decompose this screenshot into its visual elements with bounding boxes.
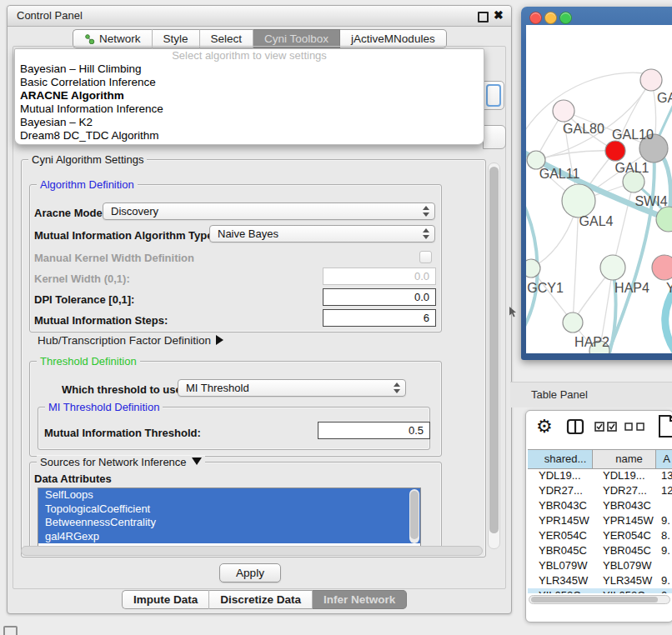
network-canvas[interactable]: GALGAL80GAL10GAL11GAL1GAL4SWI4GCY1HAP4YH… (526, 25, 672, 353)
mi-steps-label: Mutual Information Steps: (34, 314, 168, 327)
close-button[interactable] (529, 12, 542, 24)
table-panel-window: ⚙ shared...nameA YDL19...YDL19...13YDR27… (525, 410, 672, 622)
attribute-item-topologicalcoefficient[interactable]: TopologicalCoefficient (38, 502, 420, 517)
close-icon[interactable]: ✖ (494, 8, 504, 22)
algorithm-combobox-partial[interactable] (483, 81, 504, 110)
table-cell: 12 (656, 483, 672, 498)
column-header-a[interactable]: A (656, 450, 672, 468)
node-label-gal11: GAL11 (539, 167, 580, 181)
scrollbar-thumb[interactable] (531, 597, 658, 602)
table-header-row: shared...nameA (528, 449, 672, 469)
attribute-item-gal4rgexp[interactable]: gal4RGexp (38, 530, 420, 544)
mi-threshold-label: Mutual Information Threshold: (44, 427, 201, 439)
node-label-hap4: HAP4 (614, 281, 649, 295)
collapse-down-icon[interactable] (192, 458, 202, 465)
node-label-hap2: HAP2 (574, 335, 609, 349)
aracne-mode-value: Discovery (111, 205, 158, 218)
table-toolbar: ⚙ (526, 411, 672, 448)
hub-definition-toggle[interactable]: Hub/Transcription Factor Definition (38, 334, 223, 347)
network-node-gcy1[interactable] (526, 259, 540, 278)
network-icon (84, 33, 95, 44)
float-window-icon[interactable] (478, 12, 489, 22)
minimize-button[interactable] (544, 12, 557, 24)
attribute-item-selfloops[interactable]: SelfLoops (38, 488, 420, 502)
network-node-swi4[interactable] (656, 207, 672, 232)
data-attributes-list[interactable]: SelfLoopsTopologicalCoefficientBetweenne… (38, 488, 421, 547)
table-cell: YBL079W (528, 558, 593, 573)
mi-threshold-field[interactable]: 0.5 (318, 422, 430, 439)
mi-steps-field[interactable]: 6 (323, 309, 436, 327)
network-graph: GALGAL80GAL10GAL11GAL1GAL4SWI4GCY1HAP4YH… (526, 25, 672, 353)
network-node-y[interactable] (652, 255, 672, 280)
network-node-gal[interactable] (640, 69, 662, 91)
checked-pair-icon[interactable] (594, 422, 618, 432)
table-cell: YDL19... (528, 468, 593, 483)
node-label-gcy1: GCY1 (527, 281, 564, 295)
tab-infer-network[interactable]: Infer Network (313, 590, 407, 609)
table-cell: YDR27... (593, 483, 656, 498)
network-node-hap2[interactable] (563, 312, 583, 332)
network-combobox-partial[interactable] (483, 125, 506, 149)
network-node-gal4[interactable] (562, 184, 595, 218)
network-node-gal80[interactable] (553, 100, 574, 122)
network-view-window[interactable]: GALGAL80GAL10GAL11GAL1GAL4SWI4GCY1HAP4YH… (521, 7, 672, 360)
settings-vertical-scrollbar[interactable] (488, 162, 500, 549)
taskbar-mini-icon[interactable] (3, 626, 18, 635)
split-columns-icon[interactable] (566, 418, 584, 436)
table-row[interactable]: YBL079WYBL079W (528, 558, 672, 573)
dpi-tolerance-field[interactable]: 0.0 (323, 288, 436, 306)
tab-impute-data[interactable]: Impute Data (122, 590, 209, 609)
which-threshold-select[interactable]: MI Threshold (178, 379, 406, 397)
table-row[interactable]: YBR043CYBR043C (528, 498, 672, 513)
table-row[interactable]: YER054CYER054C8. (528, 528, 672, 543)
tab-discretize-data[interactable]: Discretize Data (209, 590, 313, 609)
attribute-item-betweennesscentrality[interactable]: BetweennessCentrality (38, 516, 420, 530)
table-row[interactable]: YIL052CYIL052C0. (528, 588, 672, 593)
algorithm-item-aracne-algorithm[interactable]: ARACNE Algorithm (15, 89, 484, 102)
document-icon[interactable] (658, 414, 672, 439)
table-cell: YIL052C (528, 588, 593, 593)
mi-threshold-definition-title: MI Threshold Definition (45, 401, 163, 413)
table-horizontal-scrollbar[interactable] (529, 595, 670, 604)
gear-icon[interactable]: ⚙ (536, 416, 553, 438)
combo-arrows-icon (423, 228, 429, 239)
apply-button[interactable]: Apply (219, 563, 281, 582)
settings-horizontal-scrollbar[interactable] (21, 546, 483, 556)
column-header-name[interactable]: name (593, 450, 656, 468)
algorithm-dropdown-popup: Select algorithm to view settings Bayesi… (14, 48, 484, 145)
algorithm-item-basic-correlation-inference[interactable]: Basic Correlation Inference (15, 76, 484, 89)
table-cell: YLR345W (528, 573, 593, 588)
algorithm-item-dream8-dc-tdc-algorithm[interactable]: Dream8 DC_TDC Algorithm (15, 129, 484, 142)
table-cell: YBR043C (528, 498, 593, 513)
control-panel-titlebar[interactable]: Control Panel ✖ (8, 6, 511, 27)
network-node[interactable] (605, 141, 625, 161)
algorithm-item-bayesian-hill-climbing[interactable]: Bayesian – Hill Climbing (15, 62, 484, 76)
algorithm-item-mutual-information-inference[interactable]: Mutual Information Inference (15, 102, 484, 116)
mi-algorithm-type-select[interactable]: Naive Bayes (209, 225, 435, 242)
table-row[interactable]: YDL19...YDL19...13 (528, 468, 672, 483)
table-cell: 9. (656, 573, 672, 588)
attributes-scrollbar[interactable] (409, 489, 419, 543)
network-edges (526, 72, 672, 353)
table-row[interactable]: YLR345WYLR345W9. (528, 573, 672, 588)
table-row[interactable]: YPR145WYPR145W9. (528, 513, 672, 528)
scrollbar-thumb[interactable] (489, 167, 499, 533)
zoom-button[interactable] (559, 12, 572, 24)
table-cell: YER054C (528, 528, 593, 543)
kernel-width-field[interactable]: 0.0 (323, 268, 436, 285)
expand-right-icon[interactable] (216, 335, 223, 345)
network-node-hap4[interactable] (600, 255, 625, 280)
column-header-shared[interactable]: shared... (528, 450, 593, 468)
combo-arrows-icon (423, 206, 429, 217)
manual-kernel-checkbox[interactable] (419, 251, 432, 263)
table-cell (656, 558, 672, 573)
sources-group-title[interactable]: Sources for Network Inference (37, 456, 205, 468)
table-row[interactable]: YBR045CYBR045C9. (528, 543, 672, 558)
aracne-mode-select[interactable]: Discovery (103, 202, 435, 220)
bottom-tabs: Impute DataDiscretize DataInfer Network (122, 590, 407, 609)
algorithm-item-bayesian-k2[interactable]: Bayesian – K2 (15, 116, 484, 129)
table-body: YDL19...YDL19...13YDR27...YDR27...12YBR0… (528, 468, 672, 593)
scrollbar-thumb[interactable] (410, 491, 419, 539)
unchecked-pair-icon[interactable] (624, 422, 646, 431)
table-row[interactable]: YDR27...YDR27...12 (528, 483, 672, 498)
